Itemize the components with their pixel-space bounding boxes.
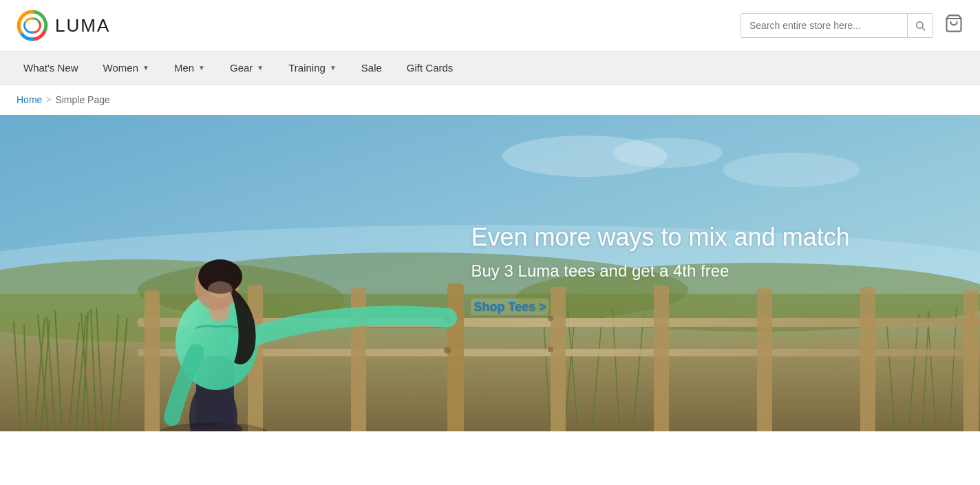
- svg-rect-48: [963, 290, 979, 431]
- chevron-down-icon: ▼: [198, 64, 205, 72]
- svg-point-64: [612, 138, 723, 168]
- nav-link-women[interactable]: Women ▼: [91, 52, 162, 85]
- svg-rect-47: [860, 287, 875, 431]
- search-icon: [915, 20, 926, 31]
- logo-link[interactable]: LUMA: [17, 10, 110, 41]
- breadcrumb: Home > Simple Page: [0, 85, 980, 115]
- cart-button[interactable]: [944, 14, 963, 37]
- svg-point-65: [723, 153, 860, 187]
- svg-point-50: [444, 347, 451, 354]
- cart-icon: [944, 14, 963, 33]
- nav-item-men: Men ▼: [162, 52, 217, 84]
- svg-line-3: [922, 28, 925, 30]
- svg-point-61: [208, 281, 233, 298]
- nav-item-training: Training ▼: [276, 52, 349, 84]
- nav-item-whats-new: What's New: [11, 52, 91, 84]
- nav-item-gift-cards: Gift Cards: [394, 52, 466, 84]
- nav-link-training[interactable]: Training ▼: [276, 52, 349, 85]
- nav-item-women: Women ▼: [91, 52, 162, 84]
- nav-link-gear[interactable]: Gear ▼: [217, 52, 276, 85]
- nav-link-men[interactable]: Men ▼: [162, 52, 217, 85]
- svg-point-51: [548, 316, 553, 321]
- svg-rect-40: [145, 290, 160, 431]
- nav-item-gear: Gear ▼: [217, 52, 276, 84]
- site-header: LUMA: [0, 0, 980, 52]
- logo-text: LUMA: [55, 15, 110, 36]
- nav-link-whats-new[interactable]: What's New: [11, 52, 91, 85]
- chevron-down-icon: ▼: [330, 64, 337, 72]
- main-nav: What's New Women ▼ Men ▼ Gear ▼ Training: [0, 52, 980, 85]
- nav-list: What's New Women ▼ Men ▼ Gear ▼ Training: [0, 52, 476, 84]
- chevron-down-icon: ▼: [257, 64, 264, 72]
- svg-rect-43: [447, 283, 464, 431]
- nav-link-sale[interactable]: Sale: [349, 52, 394, 85]
- hero-subheadline: Buy 3 Luma tees and get a 4th free: [471, 261, 849, 281]
- search-button[interactable]: [907, 14, 933, 37]
- search-bar: [741, 13, 933, 38]
- logo-icon: [17, 10, 48, 41]
- svg-point-52: [548, 347, 553, 352]
- nav-item-sale: Sale: [349, 52, 394, 84]
- header-right: [741, 13, 963, 38]
- hero-content: Even more ways to mix and match Buy 3 Lu…: [471, 223, 849, 314]
- hero-banner: Even more ways to mix and match Buy 3 Lu…: [0, 115, 980, 431]
- breadcrumb-separator: >: [46, 95, 51, 105]
- nav-link-gift-cards[interactable]: Gift Cards: [394, 52, 466, 85]
- breadcrumb-home-link[interactable]: Home: [17, 94, 42, 105]
- hero-headline: Even more ways to mix and match: [471, 223, 849, 252]
- search-input[interactable]: [741, 14, 907, 37]
- hero-cta-link[interactable]: Shop Tees >: [471, 299, 548, 315]
- breadcrumb-current-page: Simple Page: [55, 94, 109, 105]
- chevron-down-icon: ▼: [142, 64, 149, 72]
